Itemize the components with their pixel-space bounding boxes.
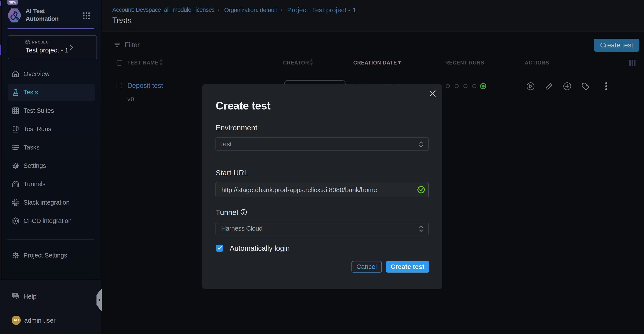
svg-text:?: ? (14, 293, 16, 297)
